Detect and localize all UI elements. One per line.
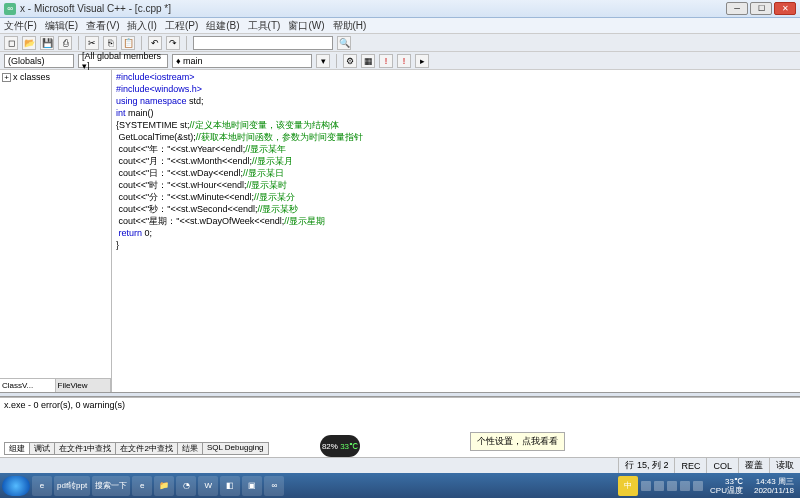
task-app4[interactable]: ▣ bbox=[242, 476, 262, 496]
outtab-build[interactable]: 组建 bbox=[4, 442, 30, 455]
task-pdf[interactable]: pdf转ppt bbox=[54, 476, 90, 496]
outtab-results[interactable]: 结果 bbox=[177, 442, 203, 455]
ime-button[interactable]: 中 bbox=[618, 476, 638, 496]
menubar: 文件(F) 编辑(E) 查看(V) 插入(I) 工程(P) 组建(B) 工具(T… bbox=[0, 18, 800, 34]
debug-button[interactable]: ▸ bbox=[415, 54, 429, 68]
separator bbox=[336, 54, 337, 68]
new-button[interactable]: ◻ bbox=[4, 36, 18, 50]
paste-button[interactable]: 📋 bbox=[121, 36, 135, 50]
outtab-find2[interactable]: 在文件2中查找 bbox=[115, 442, 177, 455]
find-combo[interactable] bbox=[193, 36, 333, 50]
menu-file[interactable]: 文件(F) bbox=[4, 19, 37, 33]
scope-combo[interactable]: (Globals) bbox=[4, 54, 74, 68]
redo-button[interactable]: ↷ bbox=[166, 36, 180, 50]
task-app2[interactable]: W bbox=[198, 476, 218, 496]
separator bbox=[78, 36, 79, 50]
context-bar: (Globals) [All global members ▾] ♦ main … bbox=[0, 52, 800, 70]
task-app1[interactable]: ◔ bbox=[176, 476, 196, 496]
tray-clock[interactable]: 14:43 周三2020/11/18 bbox=[750, 477, 798, 495]
tree-root-label: x classes bbox=[13, 72, 50, 82]
output-line: x.exe - 0 error(s), 0 warning(s) bbox=[4, 400, 796, 410]
menu-window[interactable]: 窗口(W) bbox=[288, 19, 324, 33]
toolbar: ◻ 📂 💾 ⎙ ✂ ⎘ 📋 ↶ ↷ 🔍 bbox=[0, 34, 800, 52]
status-col: COL bbox=[706, 458, 738, 473]
menu-tools[interactable]: 工具(T) bbox=[248, 19, 281, 33]
workspace-sidebar: + x classes ClassV... FileView bbox=[0, 70, 112, 392]
cpu-gauge[interactable]: 82% 33℃ bbox=[320, 435, 360, 457]
status-read: 读取 bbox=[769, 458, 800, 473]
window-title: x - Microsoft Visual C++ - [c.cpp *] bbox=[20, 3, 726, 14]
undo-button[interactable]: ↶ bbox=[148, 36, 162, 50]
build-button[interactable]: ▦ bbox=[361, 54, 375, 68]
code-editor[interactable]: #include<iostream> #include<windows.h> u… bbox=[112, 70, 800, 392]
tab-fileview[interactable]: FileView bbox=[56, 379, 112, 392]
gauge-pct: 82% bbox=[322, 442, 338, 451]
start-button[interactable] bbox=[2, 476, 30, 496]
tab-classview[interactable]: ClassV... bbox=[0, 379, 56, 392]
task-search[interactable]: 搜索一下 bbox=[92, 476, 130, 496]
task-folder[interactable]: 📁 bbox=[154, 476, 174, 496]
tray-icon[interactable] bbox=[680, 481, 690, 491]
minimize-button[interactable]: ─ bbox=[726, 2, 748, 15]
menu-view[interactable]: 查看(V) bbox=[86, 19, 119, 33]
tray-icon[interactable] bbox=[654, 481, 664, 491]
compile-button[interactable]: ⚙ bbox=[343, 54, 357, 68]
task-browser[interactable]: e bbox=[132, 476, 152, 496]
menu-project[interactable]: 工程(P) bbox=[165, 19, 198, 33]
function-combo[interactable]: ♦ main bbox=[172, 54, 312, 68]
tray-icon[interactable] bbox=[641, 481, 651, 491]
task-vc[interactable]: ∞ bbox=[264, 476, 284, 496]
copy-button[interactable]: ⎘ bbox=[103, 36, 117, 50]
task-app3[interactable]: ◧ bbox=[220, 476, 240, 496]
tree-root[interactable]: + x classes bbox=[2, 72, 109, 82]
app-icon: ∞ bbox=[4, 3, 16, 15]
status-ovr: 覆盖 bbox=[738, 458, 769, 473]
tray-icon[interactable] bbox=[693, 481, 703, 491]
gauge-temp: 33℃ bbox=[340, 442, 358, 451]
menu-edit[interactable]: 编辑(E) bbox=[45, 19, 78, 33]
taskbar: e pdf转ppt 搜索一下 e 📁 ◔ W ◧ ▣ ∞ 中 33℃CPU温度 … bbox=[0, 473, 800, 498]
separator bbox=[186, 36, 187, 50]
saveall-button[interactable]: ⎙ bbox=[58, 36, 72, 50]
menu-build[interactable]: 组建(B) bbox=[206, 19, 239, 33]
outtab-find1[interactable]: 在文件1中查找 bbox=[54, 442, 116, 455]
outtab-debug[interactable]: 调试 bbox=[29, 442, 55, 455]
tray-temp: 33℃CPU温度 bbox=[706, 477, 747, 495]
go-button[interactable]: ▾ bbox=[316, 54, 330, 68]
members-combo[interactable]: [All global members ▾] bbox=[78, 54, 168, 68]
open-button[interactable]: 📂 bbox=[22, 36, 36, 50]
status-rec: REC bbox=[674, 458, 706, 473]
menu-insert[interactable]: 插入(I) bbox=[127, 19, 156, 33]
task-ie[interactable]: e bbox=[32, 476, 52, 496]
cut-button[interactable]: ✂ bbox=[85, 36, 99, 50]
find-button[interactable]: 🔍 bbox=[337, 36, 351, 50]
save-button[interactable]: 💾 bbox=[40, 36, 54, 50]
menu-help[interactable]: 帮助(H) bbox=[333, 19, 367, 33]
tree-toggle-icon[interactable]: + bbox=[2, 73, 11, 82]
statusbar: 行 15, 列 2 REC COL 覆盖 读取 bbox=[0, 457, 800, 473]
output-panel: x.exe - 0 error(s), 0 warning(s) 组建 调试 在… bbox=[0, 397, 800, 457]
run-button[interactable]: ! bbox=[397, 54, 411, 68]
maximize-button[interactable]: ☐ bbox=[750, 2, 772, 15]
separator bbox=[141, 36, 142, 50]
stop-button[interactable]: ! bbox=[379, 54, 393, 68]
outtab-sql[interactable]: SQL Debugging bbox=[202, 442, 269, 455]
close-button[interactable]: ✕ bbox=[774, 2, 796, 15]
tray-icon[interactable] bbox=[667, 481, 677, 491]
status-pos: 行 15, 列 2 bbox=[618, 458, 674, 473]
tooltip: 个性设置，点我看看 bbox=[470, 432, 565, 451]
